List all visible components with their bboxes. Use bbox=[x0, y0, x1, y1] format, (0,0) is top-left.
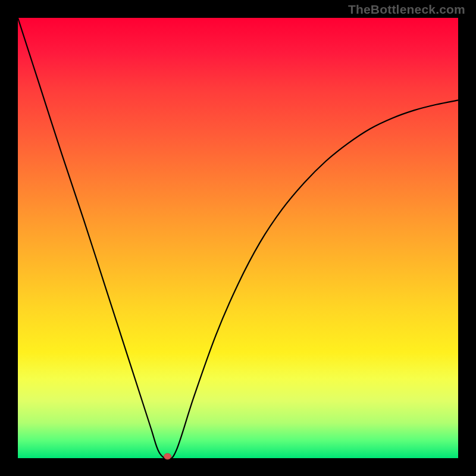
minimum-marker bbox=[164, 453, 171, 459]
chart-svg bbox=[18, 18, 458, 458]
bottleneck-curve bbox=[18, 18, 458, 459]
watermark-text: TheBottleneck.com bbox=[348, 2, 465, 17]
chart-frame: TheBottleneck.com bbox=[0, 0, 476, 476]
plot-area bbox=[18, 18, 458, 458]
